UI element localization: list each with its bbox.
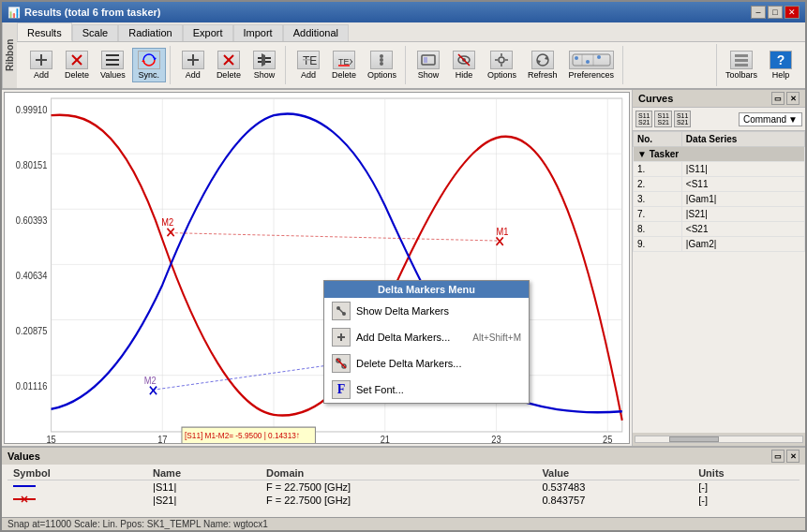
- svg-text:[S11] M1-M2= -5.9500 | 0.14313: [S11] M1-M2= -5.9500 | 0.14313↑: [185, 431, 300, 441]
- refresh-button[interactable]: Refresh: [523, 48, 562, 82]
- table-row[interactable]: 1. |S11|: [634, 162, 805, 177]
- values-header: Values ▭ ✕: [2, 448, 805, 465]
- title-bar: 📊 Results (total 6 from tasker) – □ ✕: [2, 2, 805, 22]
- curves-header: Curves ▭ ✕: [633, 90, 805, 108]
- maximize-button[interactable]: □: [768, 6, 783, 19]
- svg-line-90: [336, 359, 346, 368]
- window-title: Results (total 6 from tasker): [24, 7, 160, 18]
- limit-options-button[interactable]: Options: [363, 48, 401, 82]
- svg-text:23: 23: [491, 434, 501, 443]
- table-row[interactable]: 2. <S11: [634, 177, 805, 192]
- svg-text:M1: M1: [497, 226, 509, 237]
- val-col-symbol: Symbol: [7, 466, 147, 480]
- svg-marker-8: [142, 60, 145, 62]
- svg-point-20: [380, 58, 383, 62]
- curves-s11-s21-btn-3[interactable]: S11S21: [674, 111, 691, 127]
- sync-label: Sync.: [139, 70, 160, 80]
- show-view-button[interactable]: Show: [411, 48, 445, 82]
- help-label: Help: [772, 70, 790, 80]
- svg-text:0.60393: 0.60393: [16, 214, 48, 226]
- curves-toolbar: S11S21 S11S21 S11S21 Command ▼: [633, 108, 805, 131]
- svg-rect-5: [106, 59, 119, 61]
- delete-marker-button[interactable]: Delete: [212, 48, 246, 82]
- set-font-item[interactable]: F Set Font...: [324, 377, 529, 403]
- svg-rect-41: [735, 59, 748, 62]
- table-row[interactable]: 7. |S21|: [634, 207, 805, 222]
- scrollbar-track[interactable]: [635, 436, 803, 443]
- scrollbar-thumb[interactable]: [669, 436, 719, 442]
- values-button[interactable]: Values: [96, 48, 130, 82]
- svg-point-21: [380, 62, 383, 66]
- curves-scrollbar[interactable]: [633, 433, 805, 446]
- toolbars-label: Toolbars: [725, 70, 757, 80]
- curves-close-button[interactable]: ✕: [786, 92, 800, 105]
- svg-point-37: [575, 56, 578, 60]
- tab-results[interactable]: Results: [17, 22, 72, 41]
- hide-button[interactable]: Hide: [447, 48, 481, 82]
- values-table-container: Symbol Name Domain Value Units |S11| F =…: [2, 465, 805, 509]
- val-units-1: [-]: [693, 480, 800, 495]
- show-marker-button[interactable]: Show: [247, 48, 281, 82]
- add-limit-button[interactable]: TEXT Add: [291, 48, 325, 82]
- svg-rect-1: [40, 54, 42, 66]
- sync-button[interactable]: Sync.: [132, 48, 166, 82]
- add-curve-button[interactable]: Add: [24, 48, 58, 82]
- toolbars-button[interactable]: Toolbars: [721, 48, 762, 82]
- delete-limit-button[interactable]: TEXT Delete: [327, 48, 361, 82]
- svg-rect-40: [735, 54, 748, 57]
- values-restore-button[interactable]: ▭: [771, 450, 785, 463]
- tab-import[interactable]: Import: [233, 24, 283, 41]
- tab-export[interactable]: Export: [183, 24, 233, 41]
- values-panel: Values ▭ ✕ Symbol Name Domain Value Unit…: [2, 446, 805, 530]
- tab-scale[interactable]: Scale: [72, 24, 119, 41]
- delete-delta-markers-item[interactable]: Delete Delta Markers...: [324, 350, 529, 377]
- close-button[interactable]: ✕: [785, 6, 800, 19]
- svg-text:15: 15: [46, 434, 56, 443]
- values-close-button[interactable]: ✕: [786, 450, 800, 463]
- delete-limit-icon: TEXT: [333, 51, 355, 69]
- add-marker-button[interactable]: Add: [176, 48, 210, 82]
- val-value-2: 0.843757: [536, 494, 693, 507]
- show-delta-markers-icon: [332, 302, 351, 320]
- delete-limit-label: Delete: [332, 70, 356, 80]
- val-units-2: [-]: [693, 494, 800, 507]
- table-row[interactable]: 9. |Gam2|: [634, 237, 805, 252]
- ribbon-tab-bar: Results Scale Radiation Export Import Ad…: [17, 22, 805, 42]
- set-font-label: Set Font...: [356, 384, 404, 395]
- add-delta-markers-label: Add Delta Markers...: [356, 332, 450, 343]
- show-delta-markers-item[interactable]: Show Delta Markers: [324, 298, 529, 324]
- delete-curve-button[interactable]: Delete: [60, 48, 94, 82]
- table-row[interactable]: 3. |Gam1|: [634, 192, 805, 207]
- preferences-button[interactable]: Preferences: [563, 48, 619, 82]
- show-view-label: Show: [418, 70, 440, 80]
- add-marker-label: Add: [186, 70, 201, 80]
- options-button[interactable]: Options: [483, 48, 521, 82]
- help-button[interactable]: ? Help: [764, 48, 798, 82]
- curves-command-dropdown[interactable]: Command ▼: [739, 112, 802, 126]
- curves-s11-s21-btn-2[interactable]: S11S21: [654, 111, 671, 127]
- ribbon-tabs: Results Scale Radiation Export Import Ad…: [17, 22, 805, 88]
- delete-curve-icon: [66, 51, 88, 69]
- set-font-icon: F: [332, 380, 351, 399]
- svg-rect-4: [106, 54, 119, 56]
- minimize-button[interactable]: –: [751, 6, 766, 19]
- curves-restore-button[interactable]: ▭: [771, 92, 785, 105]
- tab-additional[interactable]: Additional: [283, 24, 349, 41]
- status-bar: Snap at=11000 Scale: Lin. Ppos: SK1_TEMP…: [2, 517, 805, 530]
- svg-text:21: 21: [381, 434, 391, 443]
- delete-delta-markers-label: Delete Delta Markers...: [356, 358, 461, 369]
- col-data-series: Data Series: [681, 132, 804, 147]
- svg-text:0.40634: 0.40634: [16, 270, 48, 281]
- curves-s11-s21-btn-1[interactable]: S11S21: [635, 111, 652, 127]
- add-delta-markers-item[interactable]: Add Delta Markers... Alt+Shift+M: [324, 324, 529, 350]
- val-name-1: |S11|: [147, 480, 261, 495]
- svg-text:0.20875: 0.20875: [16, 326, 48, 337]
- row-series-1: |S11|: [681, 162, 804, 177]
- svg-text:0.99910: 0.99910: [16, 104, 48, 115]
- chart-area[interactable]: 0.99910 0.80151 0.60393 0.40634 0.20875 …: [4, 92, 630, 444]
- tab-radiation[interactable]: Radiation: [118, 24, 182, 41]
- ribbon-content: Add Delete Values: [17, 42, 805, 88]
- main-window: 📊 Results (total 6 from tasker) – □ ✕ Ri…: [0, 0, 807, 532]
- table-row[interactable]: 8. <S21: [634, 222, 805, 237]
- svg-point-38: [586, 60, 590, 64]
